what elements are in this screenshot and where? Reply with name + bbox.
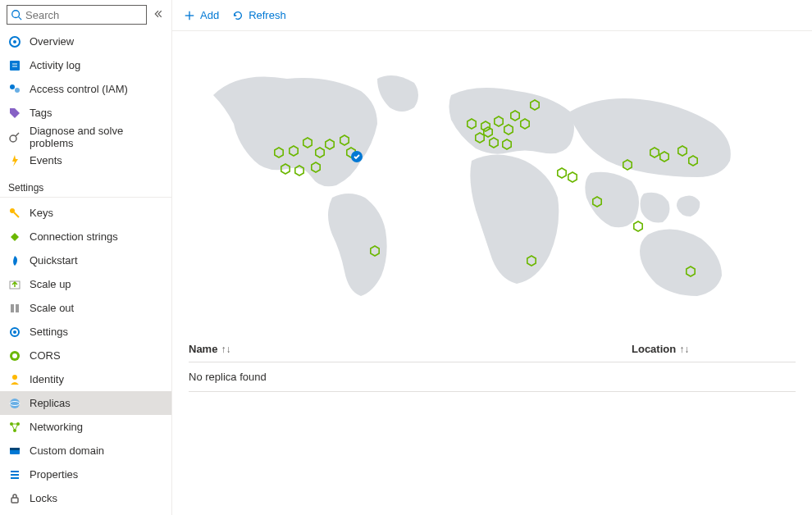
- region-marker[interactable]: [687, 267, 695, 276]
- nav-label: Identity: [30, 373, 64, 385]
- region-marker[interactable]: [303, 138, 312, 148]
- region-marker[interactable]: [504, 125, 513, 134]
- region-marker[interactable]: [275, 148, 283, 157]
- nav-keys[interactable]: Keys: [0, 201, 171, 225]
- region-marker[interactable]: [634, 221, 642, 231]
- gear-icon: [8, 326, 21, 339]
- nav-diagnose[interactable]: Diagnose and solve problems: [0, 125, 171, 148]
- nav-replicas[interactable]: Replicas: [0, 391, 171, 415]
- refresh-label: Refresh: [249, 9, 286, 21]
- nav-label: Diagnose and solve problems: [30, 125, 163, 149]
- region-marker[interactable]: [623, 160, 632, 170]
- connection-strings-icon: [8, 230, 21, 244]
- search-input[interactable]: [22, 9, 143, 21]
- nav-scale-up[interactable]: Scale up: [0, 272, 171, 296]
- nav-scale-out[interactable]: Scale out: [0, 296, 171, 320]
- table-empty-row: No replica found: [189, 362, 796, 392]
- region-marker[interactable]: [371, 246, 379, 256]
- nav-tags[interactable]: Tags: [0, 101, 171, 125]
- region-marker[interactable]: [468, 119, 476, 129]
- add-label: Add: [200, 9, 219, 21]
- diagnose-icon: [8, 130, 21, 144]
- keys-icon: [8, 207, 21, 220]
- svg-rect-4: [10, 61, 20, 71]
- nav-label: Scale up: [30, 278, 71, 290]
- nav-label: Locks: [30, 492, 57, 504]
- nav-overview[interactable]: Overview: [0, 30, 171, 53]
- region-marker[interactable]: [503, 139, 511, 149]
- nav-cors[interactable]: CORS: [0, 344, 171, 367]
- region-marker[interactable]: [660, 152, 668, 162]
- region-marker[interactable]: [558, 168, 566, 178]
- region-marker[interactable]: [290, 146, 298, 156]
- sidebar-nav: Overview Activity log Access control (IA…: [0, 30, 171, 515]
- region-marker[interactable]: [521, 119, 529, 129]
- events-icon: [8, 154, 21, 167]
- nav-label: Events: [30, 154, 62, 166]
- add-button[interactable]: Add: [184, 9, 219, 21]
- region-marker[interactable]: [678, 146, 687, 156]
- nav-networking[interactable]: Networking: [0, 415, 171, 439]
- nav-custom-domain[interactable]: Custom domain: [0, 439, 171, 463]
- nav-section-settings: Settings: [0, 172, 171, 198]
- refresh-button[interactable]: Refresh: [232, 9, 286, 21]
- nav-identity[interactable]: Identity: [0, 367, 171, 391]
- world-map[interactable]: [189, 46, 796, 317]
- svg-point-20: [12, 375, 17, 380]
- nav-label: Activity log: [30, 59, 80, 71]
- collapse-sidebar-button[interactable]: [152, 9, 165, 21]
- nav-label: Settings: [30, 326, 68, 338]
- nav-access-control[interactable]: Access control (IAM): [0, 77, 171, 101]
- region-marker[interactable]: [689, 156, 697, 166]
- nav-events[interactable]: Events: [0, 148, 171, 172]
- quickstart-icon: [8, 254, 21, 267]
- region-marker[interactable]: [316, 148, 324, 157]
- nav-properties[interactable]: Properties: [0, 463, 171, 486]
- svg-point-17: [13, 330, 16, 334]
- nav-quickstart[interactable]: Quickstart: [0, 248, 171, 272]
- nav-label: Overview: [30, 35, 74, 48]
- plus-icon: [184, 10, 195, 21]
- region-marker[interactable]: [650, 148, 659, 157]
- nav-label: Networking: [30, 421, 83, 433]
- svg-line-10: [16, 133, 19, 136]
- svg-rect-27: [10, 448, 20, 450]
- sort-icon: ↑↓: [679, 344, 689, 355]
- nav-label: Scale out: [30, 302, 74, 314]
- tags-icon: [8, 107, 21, 120]
- region-marker[interactable]: [484, 127, 492, 137]
- chevron-double-left-icon: [153, 9, 163, 19]
- nav-connection-strings[interactable]: Connection strings: [0, 225, 171, 248]
- toolbar: Add Refresh: [172, 0, 812, 31]
- networking-icon: [8, 421, 21, 434]
- nav-label: CORS: [30, 349, 61, 362]
- content-area: Name ↑↓ Location ↑↓ No replica found: [172, 31, 812, 515]
- nav-activity-log[interactable]: Activity log: [0, 53, 171, 77]
- nav-label: Custom domain: [30, 444, 104, 457]
- region-marker[interactable]: [490, 138, 498, 148]
- svg-point-21: [10, 399, 20, 408]
- nav-label: Keys: [30, 207, 53, 219]
- region-marker[interactable]: [281, 164, 290, 174]
- svg-point-3: [13, 40, 16, 43]
- custom-domain-icon: [8, 444, 21, 458]
- column-name-header[interactable]: Name ↑↓: [189, 343, 632, 355]
- region-marker[interactable]: [531, 100, 539, 110]
- region-marker[interactable]: [527, 256, 536, 266]
- region-marker[interactable]: [295, 166, 303, 175]
- region-marker[interactable]: [495, 116, 503, 126]
- svg-point-9: [10, 135, 16, 142]
- search-box[interactable]: [7, 5, 147, 25]
- world-map-svg: [189, 46, 763, 317]
- nav-locks[interactable]: Locks: [0, 486, 171, 510]
- region-marker[interactable]: [568, 172, 577, 182]
- region-marker[interactable]: [593, 197, 601, 207]
- column-location-header[interactable]: Location ↑↓: [632, 343, 796, 355]
- region-marker[interactable]: [326, 139, 334, 149]
- nav-settings[interactable]: Settings: [0, 320, 171, 344]
- region-marker[interactable]: [340, 135, 349, 145]
- region-marker[interactable]: [312, 162, 320, 172]
- region-marker[interactable]: [476, 133, 484, 143]
- replica-table-header: Name ↑↓ Location ↑↓: [189, 336, 796, 362]
- region-marker[interactable]: [511, 111, 519, 121]
